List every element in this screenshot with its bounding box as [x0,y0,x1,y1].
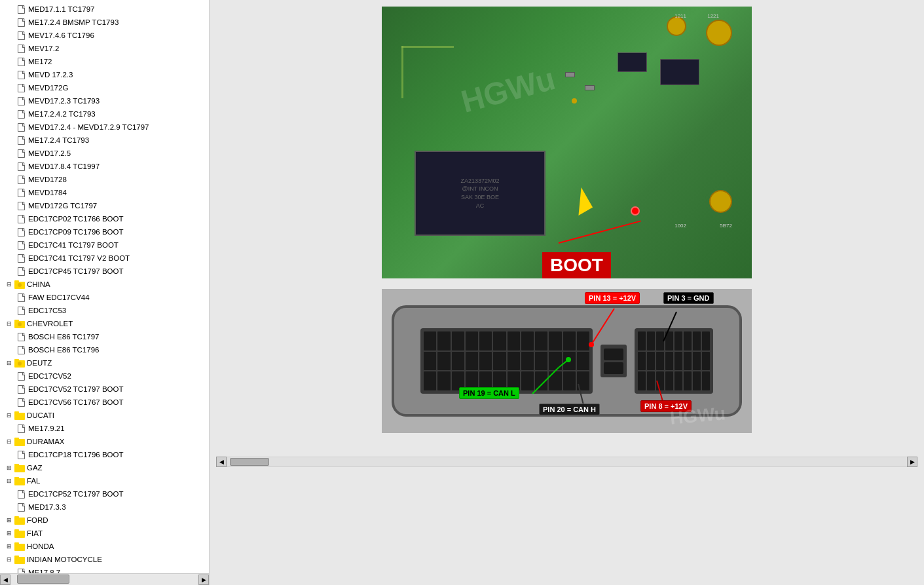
scroll-left-btn[interactable]: ◀ [0,575,10,585]
doc-icon [16,148,26,159]
bottom-scrollbar[interactable]: ◀ ▶ [0,573,209,585]
doc-icon [16,345,26,355]
tree-group-ducati[interactable]: ⊟ DUCATI [0,409,209,422]
right-scroll-right-btn[interactable]: ▶ [907,457,917,467]
doc-icon [16,200,26,211]
expand-icon-indian-motocycle: ⊟ [5,556,13,563]
tree-item-med17_3_3[interactable]: MED17.3.3 [0,500,209,514]
doc-icon [16,187,26,198]
doc-icon [16,567,26,573]
tree-item-mevd172g[interactable]: MEVD172G [0,81,209,94]
pcb-image: ZA213372M02@INT INCONSAK 30E BOEAC BOOT [382,7,752,278]
pin3-label: PIN 3 = GND [663,292,714,304]
tree-group-fal[interactable]: ⊟ FAL [0,474,209,487]
doc-icon [16,240,26,250]
tree-item-edc17cp18[interactable]: EDC17CP18 TC1796 BOOT [0,448,209,461]
tree-group-indian-motocycle[interactable]: ⊟ INDIAN MOTOCYCLE [0,553,209,566]
folder-icon-ducati [14,410,25,421]
right-bottom-scrollbar[interactable]: ◀ ▶ [216,457,917,467]
tree-group-duramax[interactable]: ⊟ DURAMAX [0,435,209,448]
doc-icon [16,161,26,172]
doc-icon [16,174,26,185]
tree-item-bosch_e86_tc1796[interactable]: BOSCH E86 TC1796 [0,343,209,356]
doc-icon [16,331,26,342]
right-panel[interactable]: ZA213372M02@INT INCONSAK 30E BOEAC BOOT [210,0,924,585]
tree-item-edc17cp09[interactable]: EDC17CP09 TC1796 BOOT [0,225,209,238]
folder-icon-indian-motocycle [14,554,25,565]
doc-icon [16,56,26,67]
tree-item-mevd1784[interactable]: MEVD1784 [0,186,209,199]
svg-rect-11 [14,439,25,446]
tree-item-me17_8_7[interactable]: ME17.8.7 [0,566,209,573]
tree-item-mevd17_8_4[interactable]: MEVD17.8.4 TC1997 [0,160,209,173]
tree-item-edc17cp02[interactable]: EDC17CP02 TC1766 BOOT [0,212,209,225]
expand-icon-chevrolet: ⊟ [5,320,13,328]
tree-item-edc17cv52_boot[interactable]: EDC17CV52 TC1797 BOOT [0,383,209,396]
tree-item-mevd17_2_5[interactable]: MEVD17.2.5 [0,147,209,160]
folder-icon-gaz [14,462,25,473]
svg-point-8 [18,362,22,366]
tree-item-me17_2_4_2[interactable]: ME17.2.4.2 TC1793 [0,107,209,121]
tree-item-faw_edc17cv44[interactable]: FAW EDC17CV44 [0,291,209,304]
svg-rect-13 [14,465,25,472]
doc-icon [16,489,26,499]
tree-group-china[interactable]: ⊟ CHINA [0,278,209,291]
expand-icon-gaz: ⊞ [5,464,13,472]
folder-icon-honda [14,541,25,552]
scroll-right-btn[interactable]: ▶ [198,575,209,585]
folder-icon-fal [14,476,25,486]
doc-icon [16,305,26,316]
folder-icon-china [14,279,25,290]
tree-group-ford[interactable]: ⊞ FORD [0,514,209,527]
bottom-scrollbar-track[interactable] [10,574,198,585]
doc-icon [16,30,26,41]
tree-container[interactable]: MED17.1.1 TC1797 ME17.2.4 BMSMP TC1793 M… [0,0,209,573]
svg-rect-7 [14,359,19,361]
tree-item-edc17c53[interactable]: EDC17C53 [0,304,209,317]
doc-icon [16,227,26,237]
expand-icon-ford: ⊞ [5,516,13,524]
folder-icon-fiat [14,528,25,538]
svg-rect-12 [14,438,19,440]
tree-item-mevd_17_2_3[interactable]: MEVD 17.2.3 [0,68,209,81]
tree-item-me17_2_4_tc1793[interactable]: ME17.2.4 TC1793 [0,134,209,147]
expand-icon-duramax: ⊟ [5,438,13,445]
tree-item-me17_2_4[interactable]: ME17.2.4 BMSMP TC1793 [0,16,209,29]
tree-group-gaz[interactable]: ⊞ GAZ [0,461,209,474]
svg-rect-23 [14,557,25,564]
tree-item-edc17cv52[interactable]: EDC17CV52 [0,369,209,383]
svg-point-2 [18,283,22,287]
tree-item-mevd1728[interactable]: MEVD1728 [0,173,209,186]
doc-icon [16,135,26,145]
doc-icon [16,69,26,80]
left-panel: MED17.1.1 TC1797 ME17.2.4 BMSMP TC1793 M… [0,0,210,585]
tree-item-mev17_4_6[interactable]: MEV17.4.6 TC1796 [0,29,209,42]
tree-group-deutz[interactable]: ⊟ DEUTZ [0,356,209,369]
doc-icon [16,384,26,394]
folder-icon-chevrolet [14,318,25,329]
tree-group-honda[interactable]: ⊞ HONDA [0,540,209,553]
doc-icon [16,43,26,54]
pin20-label: PIN 20 = CAN H [539,404,600,415]
red-dot [631,206,640,216]
doc-icon [16,122,26,132]
tree-item-mev17_2[interactable]: MEV17.2 [0,42,209,55]
tree-item-edc17c41_v2[interactable]: EDC17C41 TC1797 V2 BOOT [0,252,209,265]
tree-item-med17_1_1[interactable]: MED17.1.1 TC1797 [0,3,209,16]
tree-item-edc17cp52_fal[interactable]: EDC17CP52 TC1797 BOOT [0,487,209,500]
tree-item-me17_9_21[interactable]: ME17.9.21 [0,422,209,435]
tree-item-bosch_e86_tc1797[interactable]: BOSCH E86 TC1797 [0,330,209,343]
tree-group-fiat[interactable]: ⊞ FIAT [0,527,209,540]
tree-item-edc17cv56[interactable]: EDC17CV56 TC1767 BOOT [0,396,209,409]
tree-item-edc17c41[interactable]: EDC17C41 TC1797 BOOT [0,238,209,252]
doc-icon [16,253,26,263]
tree-group-chevrolet[interactable]: ⊟ CHEVROLET [0,317,209,330]
tree-item-edc17cp45[interactable]: EDC17CP45 TC1797 BOOT [0,265,209,278]
tree-item-mevd17_2_3_tc1793[interactable]: MEVD17.2.3 TC1793 [0,94,209,107]
doc-icon [16,214,26,224]
tree-item-me172[interactable]: ME172 [0,55,209,68]
tree-item-mevd172g_tc1797[interactable]: MEVD172G TC1797 [0,199,209,212]
right-scroll-left-btn[interactable]: ◀ [216,457,227,467]
svg-rect-15 [14,478,25,485]
tree-item-mevd17_2_4_2_9[interactable]: MEVD17.2.4 - MEVD17.2.9 TC1797 [0,121,209,134]
